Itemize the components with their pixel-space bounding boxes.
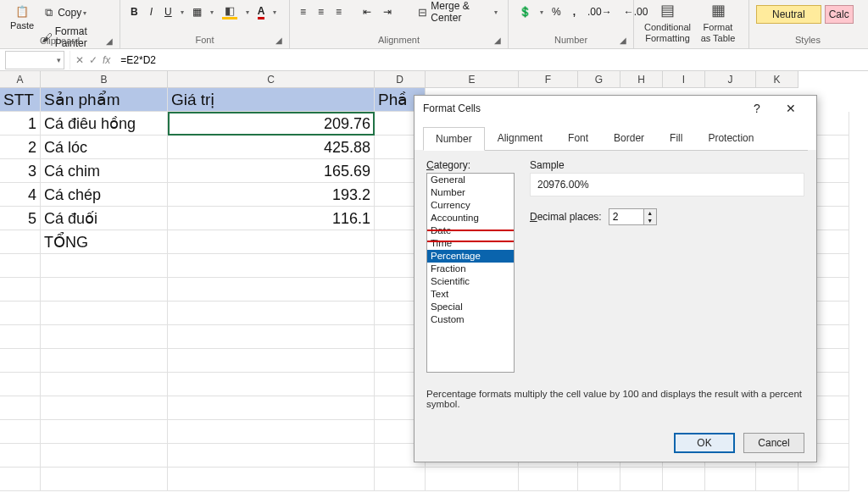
cell[interactable] <box>168 420 375 444</box>
category-item[interactable]: Number <box>427 186 514 199</box>
cell[interactable]: 5 <box>0 207 41 230</box>
cell[interactable] <box>168 278 375 302</box>
cell[interactable] <box>168 444 375 468</box>
cell[interactable] <box>41 349 168 373</box>
merge-button[interactable]: ⊟Merge & Center▾ <box>413 0 501 25</box>
cell[interactable]: 165.69 <box>168 159 375 183</box>
cell[interactable] <box>41 396 168 420</box>
underline-button[interactable]: U <box>161 4 175 19</box>
col-head-J[interactable]: J <box>705 71 756 88</box>
cell[interactable] <box>41 254 168 278</box>
accept-formula-icon[interactable]: ✓ <box>89 54 97 66</box>
name-box[interactable] <box>5 51 64 69</box>
decimal-places-spinner[interactable]: ▲▼ <box>609 208 657 225</box>
cell[interactable] <box>426 468 519 491</box>
category-item[interactable]: Percentage <box>427 250 514 263</box>
cell[interactable] <box>0 420 41 444</box>
cell[interactable] <box>168 254 375 278</box>
category-item[interactable]: Fraction <box>427 263 514 275</box>
cell[interactable] <box>168 468 375 491</box>
format-as-table-button[interactable]: ▦Format as Table <box>694 0 742 46</box>
italic-button[interactable]: I <box>147 4 156 19</box>
cell[interactable] <box>168 349 375 373</box>
spin-down-icon[interactable]: ▼ <box>644 217 656 224</box>
tab-font[interactable]: Font <box>555 126 601 150</box>
col-head-F[interactable]: F <box>519 71 578 88</box>
cancel-formula-icon[interactable]: ✕ <box>75 54 84 66</box>
style-neutral[interactable]: Neutral <box>756 5 821 24</box>
cell[interactable]: 116.1 <box>168 207 375 230</box>
align-center-button[interactable]: ≡ <box>314 4 327 19</box>
cell[interactable] <box>0 349 41 373</box>
percent-button[interactable]: % <box>548 4 565 19</box>
cell[interactable] <box>41 468 168 491</box>
cell[interactable]: 4 <box>0 183 41 207</box>
cell[interactable]: 3 <box>0 159 41 183</box>
tab-protection[interactable]: Protection <box>695 126 766 150</box>
cell[interactable] <box>578 468 620 491</box>
cell[interactable] <box>0 302 41 325</box>
indent-dec-button[interactable]: ⇤ <box>359 4 375 19</box>
cell[interactable] <box>0 278 41 302</box>
cell[interactable]: 425.88 <box>168 136 375 159</box>
category-item[interactable]: Custom <box>427 313 514 326</box>
header-cell[interactable]: Sản phẩm <box>41 88 168 112</box>
col-head-I[interactable]: I <box>663 71 705 88</box>
col-head-E[interactable]: E <box>426 71 519 88</box>
col-head-K[interactable]: K <box>756 71 798 88</box>
cell[interactable] <box>168 230 375 254</box>
category-item[interactable]: General <box>427 174 514 186</box>
cell[interactable] <box>0 254 41 278</box>
cell[interactable] <box>168 373 375 396</box>
decimal-places-input[interactable] <box>609 209 643 224</box>
copy-button[interactable]: ⧉Copy▾ <box>37 3 113 22</box>
border-button[interactable]: ▦ <box>189 4 205 19</box>
header-cell[interactable]: Giá trị <box>168 88 375 112</box>
cell[interactable] <box>705 468 756 491</box>
category-item[interactable]: Scientific <box>427 275 514 288</box>
cell[interactable] <box>41 302 168 325</box>
currency-button[interactable]: 💲 <box>515 4 535 19</box>
align-left-button[interactable]: ≡ <box>297 4 309 19</box>
cell[interactable]: Cá chép <box>41 183 168 207</box>
increase-decimal-button[interactable]: .00→ <box>584 4 615 19</box>
cell[interactable] <box>168 396 375 420</box>
cell[interactable] <box>168 325 375 349</box>
cell[interactable]: Cá đuối <box>41 207 168 230</box>
cancel-button[interactable]: Cancel <box>743 433 804 453</box>
cell[interactable] <box>663 468 705 491</box>
col-head-G[interactable]: G <box>578 71 620 88</box>
launcher-icon[interactable]: ◢ <box>494 36 501 45</box>
tab-border[interactable]: Border <box>601 126 657 150</box>
cell[interactable] <box>0 444 41 468</box>
cell[interactable]: 2 <box>0 136 41 159</box>
tab-alignment[interactable]: Alignment <box>485 126 555 150</box>
align-right-button[interactable]: ≡ <box>332 4 345 19</box>
cell[interactable]: Cá lóc <box>41 136 168 159</box>
spin-up-icon[interactable]: ▲ <box>644 209 656 217</box>
help-button[interactable]: ? <box>740 102 774 115</box>
cell[interactable]: 209.76 <box>168 112 375 136</box>
launcher-icon[interactable]: ◢ <box>275 36 282 45</box>
category-item[interactable]: Currency <box>427 199 514 212</box>
close-icon[interactable]: ✕ <box>774 102 808 115</box>
cell[interactable]: 1 <box>0 112 41 136</box>
indent-inc-button[interactable]: ⇥ <box>380 4 395 19</box>
cell[interactable] <box>41 278 168 302</box>
style-calc[interactable]: Calc <box>825 5 854 24</box>
fx-icon[interactable]: fx <box>103 54 110 66</box>
paste-button[interactable]: 📋 Paste <box>7 2 37 36</box>
launcher-icon[interactable]: ◢ <box>106 36 113 46</box>
cell[interactable] <box>41 444 168 468</box>
cell[interactable]: TỔNG <box>41 230 168 254</box>
comma-button[interactable]: , <box>570 4 579 19</box>
bold-button[interactable]: B <box>127 4 142 19</box>
ok-button[interactable]: OK <box>674 433 735 453</box>
font-color-button[interactable]: A <box>254 3 269 21</box>
cell[interactable] <box>798 468 849 491</box>
cell[interactable] <box>41 420 168 444</box>
category-item[interactable]: Special <box>427 301 514 313</box>
cell[interactable] <box>168 302 375 325</box>
cell[interactable] <box>0 468 41 491</box>
col-head-D[interactable]: D <box>375 71 426 88</box>
